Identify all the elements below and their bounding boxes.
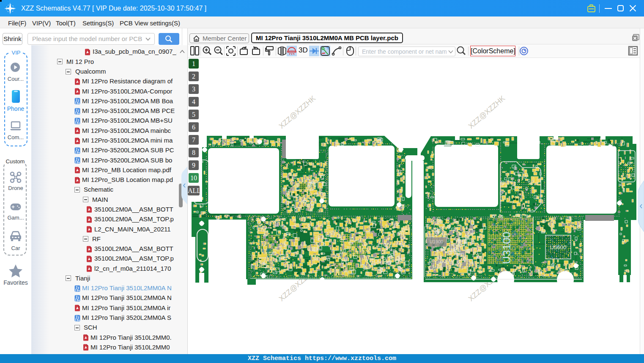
svg-text:U5600: U5600: [550, 244, 566, 250]
svg-text:XZZ@XZZHK: XZZ@XZZHK: [277, 94, 318, 130]
svg-text:XZZ@XZZHK: XZZ@XZZHK: [467, 94, 507, 130]
svg-text:U3100: U3100: [500, 232, 513, 264]
svg-text:U1900: U1900: [430, 239, 443, 244]
